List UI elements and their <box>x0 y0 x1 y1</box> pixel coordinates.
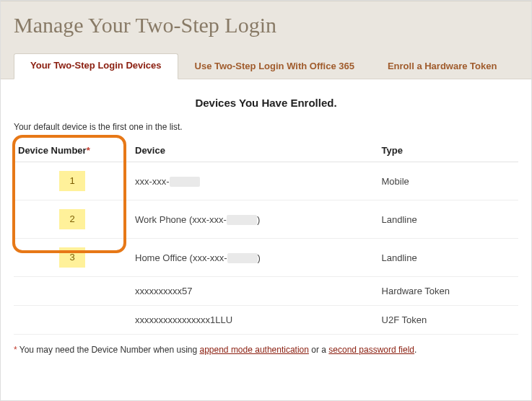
section-title: Devices You Have Enrolled. <box>14 97 518 109</box>
table-row: 2Work Phone (xxx-xxx-)Landline <box>14 200 518 239</box>
tab-office-365[interactable]: Use Two-Step Login With Office 365 <box>178 54 371 79</box>
header-bar: Manage Your Two-Step Login Your Two-Step… <box>1 1 531 79</box>
intro-text: Your default device is the first one in … <box>14 122 518 132</box>
tab-your-devices[interactable]: Your Two-Step Login Devices <box>14 53 178 79</box>
tab-bar: Your Two-Step Login Devices Use Two-Step… <box>14 53 518 79</box>
cell-type: Mobile <box>378 162 518 200</box>
cell-device: xxx-xxx- <box>131 162 378 200</box>
table-row: xxxxxxxxxxxxxxxx1LLUU2F Token <box>14 306 518 335</box>
cell-type: U2F Token <box>378 306 518 335</box>
cell-device: xxxxxxxxxx57 <box>131 277 378 306</box>
content-area: Devices You Have Enrolled. Your default … <box>1 79 531 361</box>
cell-device-number <box>14 277 131 306</box>
table-row: 3Home Office (xxx-xxx-)Landline <box>14 239 518 277</box>
cell-type: Landline <box>378 239 518 277</box>
cell-device-number: 2 <box>14 200 131 239</box>
cell-device: xxxxxxxxxxxxxxxx1LLU <box>131 306 378 335</box>
cell-device-number: 3 <box>14 239 131 277</box>
redacted-digits <box>227 253 258 263</box>
col-header-number: Device Number* <box>14 139 131 162</box>
link-second-password[interactable]: second password field <box>328 345 414 355</box>
col-header-type: Type <box>378 139 518 162</box>
col-header-device: Device <box>131 139 378 162</box>
footnote: * You may need the Device Number when us… <box>14 345 518 355</box>
cell-device-number: 1 <box>14 162 131 200</box>
cell-device: Work Phone (xxx-xxx-) <box>131 200 378 239</box>
cell-type: Hardware Token <box>378 277 518 306</box>
page-title: Manage Your Two-Step Login <box>14 13 518 38</box>
tab-enroll-token[interactable]: Enroll a Hardware Token <box>371 54 513 79</box>
redacted-digits <box>227 215 257 225</box>
link-append-mode[interactable]: append mode authentication <box>200 345 309 355</box>
table-row: xxxxxxxxxx57Hardware Token <box>14 277 518 306</box>
table-row: 1xxx-xxx-Mobile <box>14 162 518 200</box>
cell-type: Landline <box>378 200 518 239</box>
redacted-digits <box>170 177 200 187</box>
cell-device-number <box>14 306 131 335</box>
devices-table: Device Number* Device Type 1xxx-xxx-Mobi… <box>14 139 518 335</box>
cell-device: Home Office (xxx-xxx-) <box>131 239 378 277</box>
